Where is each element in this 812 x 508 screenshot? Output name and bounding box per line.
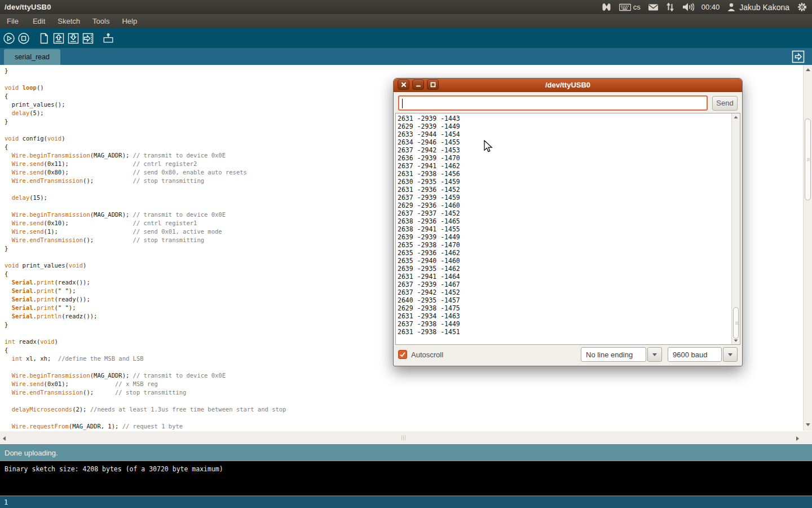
clock[interactable]: 00:40 <box>701 3 720 11</box>
upload-button[interactable] <box>82 32 94 45</box>
serial-line: 2631 -2939 -1443 <box>398 115 731 122</box>
serial-line: 2639 -2939 -1449 <box>398 233 731 241</box>
menu-sketch[interactable]: Sketch <box>51 15 86 27</box>
keyboard-icon <box>619 2 631 12</box>
scroll-down-arrow-icon[interactable] <box>806 423 810 426</box>
session-gear-icon[interactable] <box>797 2 807 12</box>
baud-rate-select[interactable]: 9600 baud <box>668 347 738 362</box>
dropdown-button[interactable] <box>723 347 738 362</box>
verify-button[interactable] <box>3 32 15 45</box>
serial-line: 2629 -2938 -1475 <box>398 304 731 312</box>
maximize-button[interactable] <box>427 80 439 90</box>
tabbar: serial_read <box>0 48 812 65</box>
serial-line: 2637 -2942 -1452 <box>398 288 731 296</box>
arduino-ide-screen: /dev/ttyUSB0 cs 00:40 <box>0 0 812 508</box>
serial-line: 2631 -2934 -1463 <box>398 312 731 320</box>
close-button[interactable] <box>398 80 409 90</box>
line-number-strip: 1 <box>0 496 812 508</box>
serial-monitor-window: /dev/ttyUSB0 Send 2631 -2939 -14432629 -… <box>393 78 743 366</box>
serial-line: 2640 -2935 -1457 <box>398 296 731 304</box>
chevron-down-icon <box>652 353 657 356</box>
serial-line: 2635 -2940 -1460 <box>398 257 731 265</box>
user-name: Jakub Kakona <box>739 3 789 12</box>
send-button[interactable]: Send <box>712 96 738 111</box>
serial-monitor-titlebar[interactable]: /dev/ttyUSB0 <box>394 78 742 92</box>
chevron-down-icon <box>728 353 732 356</box>
serial-scrollbar-thumb[interactable] <box>733 307 739 339</box>
build-console: Binary sketch size: 4208 bytes (of a 307… <box>0 461 812 496</box>
mouse-cursor <box>484 140 493 155</box>
serial-line: 2638 -2941 -1455 <box>398 225 731 233</box>
serial-input-row: Send <box>394 92 742 111</box>
editor-scrollbar-thumb[interactable] <box>805 119 811 200</box>
tab-menu-button[interactable] <box>792 50 805 63</box>
system-tray: cs 00:40 Jakub Kakona <box>601 2 807 12</box>
toolbar <box>0 28 812 48</box>
tab-label: serial_read <box>15 53 50 61</box>
stop-button[interactable] <box>17 32 30 45</box>
open-button[interactable] <box>52 32 65 45</box>
keyboard-layout-indicator[interactable]: cs <box>619 2 641 12</box>
serial-line: 2630 -2935 -1459 <box>398 178 731 186</box>
menu-tools[interactable]: Tools <box>86 15 116 27</box>
serial-monitor-button[interactable] <box>102 32 114 45</box>
minimize-button[interactable] <box>412 80 424 90</box>
serial-scrollbar[interactable] <box>731 113 740 344</box>
baud-rate-value: 9600 baud <box>668 347 722 362</box>
tab-serial-read[interactable]: serial_read <box>4 49 60 65</box>
code-line: Wire.beginTransmission(MAG_ADDR); // tra… <box>5 371 801 380</box>
scroll-down-arrow-icon[interactable] <box>734 339 738 341</box>
network-sync-icon[interactable] <box>666 2 674 12</box>
line-ending-value: No line ending <box>581 347 646 362</box>
serial-line: 2629 -2936 -1460 <box>398 202 731 209</box>
scroll-left-arrow-icon[interactable] <box>3 436 6 441</box>
dropdown-button[interactable] <box>647 347 662 362</box>
serial-output-text: 2631 -2939 -14432629 -2939 -14492633 -29… <box>396 113 731 344</box>
save-button[interactable] <box>67 32 80 45</box>
code-line: delayMicroseconds(2); //needs at least 1… <box>5 405 801 414</box>
scroll-up-arrow-icon[interactable] <box>806 68 810 71</box>
code-line: } <box>5 67 801 75</box>
volume-icon[interactable] <box>682 2 694 12</box>
scroll-up-arrow-icon[interactable] <box>734 116 738 118</box>
system-titlebar: /dev/ttyUSB0 cs 00:40 <box>0 0 812 14</box>
editor-horizontal-scrollbar[interactable] <box>0 431 812 444</box>
serial-monitor-title: /dev/ttyUSB0 <box>545 81 590 89</box>
serial-line: 2637 -2941 -1462 <box>398 162 731 170</box>
text-caret <box>402 99 403 108</box>
serial-line: 2637 -2942 -1453 <box>398 146 731 154</box>
line-ending-select[interactable]: No line ending <box>581 347 662 362</box>
window-title: /dev/ttyUSB0 <box>5 3 51 11</box>
serial-line: 2637 -2938 -1449 <box>398 320 731 328</box>
serial-line: 2631 -2938 -1456 <box>398 170 731 178</box>
new-sketch-button[interactable] <box>38 32 50 45</box>
code-line: Wire.requestFrom(MAG_ADDR, 1); // reques… <box>5 422 801 431</box>
serial-monitor-controls: Autoscroll No line ending 9600 baud <box>394 346 742 363</box>
serial-output-area[interactable]: 2631 -2939 -14432629 -2939 -14492633 -29… <box>395 113 740 345</box>
status-bar: Done uploading. <box>0 444 812 461</box>
indicator-icon[interactable] <box>601 2 612 12</box>
serial-line: 2636 -2939 -1470 <box>398 154 731 162</box>
keyboard-layout-code: cs <box>633 3 641 11</box>
serial-line: 2631 -2936 -1452 <box>398 186 731 194</box>
serial-line: 2637 -2939 -1467 <box>398 281 731 288</box>
autoscroll-checkbox[interactable] <box>398 350 407 359</box>
serial-send-input[interactable] <box>398 95 708 111</box>
serial-line: 2635 -2938 -1470 <box>398 241 731 249</box>
serial-line: 2631 -2938 -1451 <box>398 328 731 336</box>
mail-icon[interactable] <box>648 3 659 11</box>
code-line: Wire.endTransmission(); // stop transmit… <box>5 388 801 397</box>
menubar: FileEditSketchToolsHelp <box>0 14 812 28</box>
menu-edit[interactable]: Edit <box>27 15 51 27</box>
serial-line: 2638 -2936 -1465 <box>398 217 731 225</box>
serial-line: 2639 -2935 -1462 <box>398 265 731 273</box>
serial-line: 2633 -2944 -1454 <box>398 130 731 138</box>
serial-line: 2629 -2939 -1449 <box>398 122 731 130</box>
user-icon <box>727 2 736 12</box>
console-line: Binary sketch size: 4208 bytes (of a 307… <box>5 465 223 473</box>
menu-file[interactable]: File <box>7 15 27 27</box>
scroll-right-arrow-icon[interactable] <box>796 436 799 441</box>
editor-vertical-scrollbar[interactable] <box>803 65 812 431</box>
session-user[interactable]: Jakub Kakona <box>727 2 789 12</box>
menu-help[interactable]: Help <box>116 15 143 27</box>
